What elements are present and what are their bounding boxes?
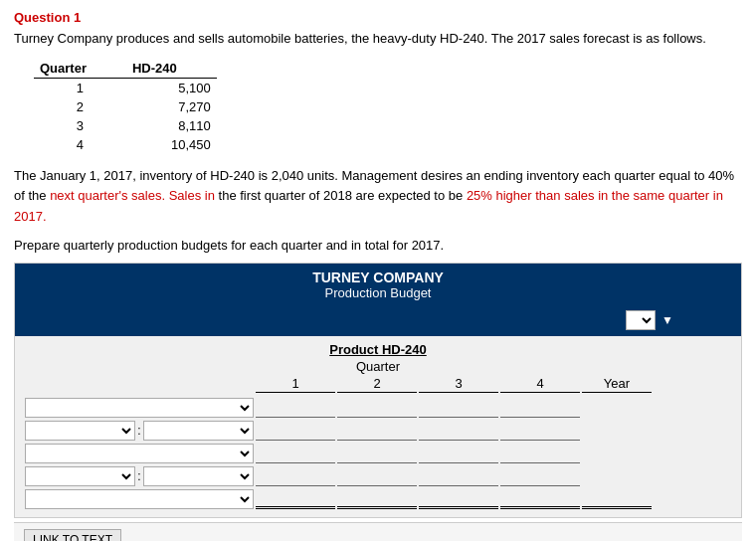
quarter-header: Quarter	[25, 359, 731, 374]
link-footer: LINK TO TEXT	[14, 522, 742, 541]
row-1-q3	[419, 398, 498, 418]
question-label: Question 1	[14, 10, 742, 25]
input-r2-q2[interactable]	[337, 421, 417, 441]
note-part2: the first quarter of 2018 are expected t…	[215, 188, 467, 203]
budget-body: Product HD-240 Quarter 1 2 3 4 Year	[15, 336, 741, 517]
row-2-q1	[256, 421, 335, 441]
row-5-year	[582, 489, 652, 509]
hd240-4: 10,450	[126, 135, 217, 154]
hd240-3: 8,110	[126, 116, 217, 135]
row-4-q1	[256, 466, 335, 486]
budget-row-1	[25, 398, 731, 418]
input-r5-q2[interactable]	[337, 489, 417, 509]
note-highlight1: next quarter's sales. Sales in	[50, 188, 215, 203]
row-1-dropdown[interactable]	[25, 398, 254, 418]
row-3-q4	[500, 444, 580, 463]
col-head-4: 4	[500, 376, 580, 393]
note-text: The January 1, 2017, inventory of HD-240…	[14, 166, 742, 228]
quarter-4: 4	[34, 135, 126, 154]
hd240-2: 7,270	[126, 97, 217, 116]
input-r3-q3[interactable]	[419, 444, 498, 463]
input-r2-q4[interactable]	[500, 421, 580, 441]
row-5-q4	[500, 489, 580, 509]
budget-header: TURNEY COMPANY Production Budget	[15, 264, 741, 306]
input-r4-q3[interactable]	[419, 466, 498, 486]
budget-col-headers: 1 2 3 4 Year	[25, 376, 731, 393]
input-r4-q4[interactable]	[500, 466, 580, 486]
intro-text: Turney Company produces and sells automo…	[14, 29, 742, 49]
row-5-dropdown[interactable]	[25, 489, 254, 509]
col-head-2: 2	[337, 376, 417, 393]
budget-row-3	[25, 444, 731, 463]
input-r1-q2[interactable]	[337, 398, 417, 418]
row-5-q1	[256, 489, 335, 509]
input-r5-q1[interactable]	[256, 489, 335, 509]
row-4-q3	[419, 466, 498, 486]
input-r2-q1[interactable]	[256, 421, 335, 441]
row-2-q4	[500, 421, 580, 441]
col-head-year: Year	[582, 376, 652, 393]
row-2-dropdown-left[interactable]	[25, 421, 135, 441]
input-r5-q3[interactable]	[419, 489, 498, 509]
header-dropdown[interactable]	[626, 310, 656, 330]
table-row: 1 5,100	[34, 78, 217, 97]
input-r5-q4[interactable]	[500, 489, 580, 509]
row-3-dropdown[interactable]	[25, 444, 254, 463]
row-1-q1	[256, 398, 335, 418]
row-4-dropdown-right[interactable]	[143, 466, 254, 486]
input-r3-q4[interactable]	[500, 444, 580, 463]
budget-row-2: :	[25, 421, 731, 441]
row-1-label	[25, 398, 254, 418]
col-head-1: 1	[256, 376, 335, 393]
quarter-1: 1	[34, 78, 126, 97]
quarter-3: 3	[34, 116, 126, 135]
row-4-dropdown-left[interactable]	[25, 466, 135, 486]
row-2-colon: :	[137, 424, 140, 438]
table-row: 4 10,450	[34, 135, 217, 154]
row-3-q1	[256, 444, 335, 463]
budget-header-row: ▼	[15, 306, 741, 336]
budget-row-5	[25, 489, 731, 509]
budget-row-4: :	[25, 466, 731, 486]
row-5-label	[25, 489, 254, 509]
input-r2-q3[interactable]	[419, 421, 498, 441]
link-to-text-button[interactable]: LINK TO TEXT	[24, 529, 121, 541]
col-head-3: 3	[419, 376, 498, 393]
row-2-dropdown-right[interactable]	[143, 421, 254, 441]
prepare-text: Prepare quarterly production budgets for…	[14, 238, 742, 253]
col-header-hd240: HD-240	[126, 59, 217, 79]
table-row: 3 8,110	[34, 116, 217, 135]
row-4-colon: :	[137, 469, 140, 483]
budget-container: TURNEY COMPANY Production Budget ▼ Produ…	[14, 263, 742, 518]
input-r1-q3[interactable]	[419, 398, 498, 418]
row-1-q4	[500, 398, 580, 418]
row-1-q2	[337, 398, 417, 418]
row-3-q3	[419, 444, 498, 463]
hd240-1: 5,100	[126, 78, 217, 97]
quarter-2: 2	[34, 97, 126, 116]
col-header-quarter: Quarter	[34, 59, 126, 79]
sales-table: Quarter HD-240 1 5,100 2 7,270 3 8,110 4…	[34, 59, 217, 154]
input-r4-q2[interactable]	[337, 466, 417, 486]
input-r3-q2[interactable]	[337, 444, 417, 463]
input-r3-q1[interactable]	[256, 444, 335, 463]
company-name: TURNEY COMPANY	[19, 270, 737, 285]
row-4-q2	[337, 466, 417, 486]
row-2-q2	[337, 421, 417, 441]
row-5-q2	[337, 489, 417, 509]
input-r1-q4[interactable]	[500, 398, 580, 418]
table-row: 2 7,270	[34, 97, 217, 116]
row-3-q2	[337, 444, 417, 463]
input-r4-q1[interactable]	[256, 466, 335, 486]
row-4-label: :	[25, 466, 254, 486]
header-dropdown-wrapper: ▼	[626, 310, 673, 330]
input-r1-q1[interactable]	[256, 398, 335, 418]
product-label: Product HD-240	[25, 342, 731, 357]
row-2-q3	[419, 421, 498, 441]
input-r5-year[interactable]	[582, 489, 652, 509]
row-5-q3	[419, 489, 498, 509]
row-2-label: :	[25, 421, 254, 441]
row-4-q4	[500, 466, 580, 486]
budget-title: Production Budget	[19, 285, 737, 300]
row-3-label	[25, 444, 254, 463]
